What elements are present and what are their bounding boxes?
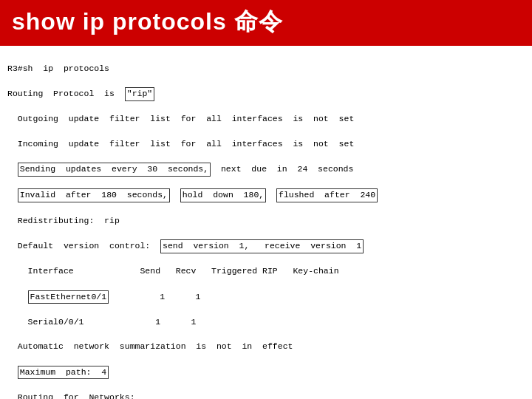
page-title: show ip protocols 命令 <box>12 6 283 38</box>
terminal-output: R3#sh ip protocols Routing Protocol is "… <box>7 50 525 399</box>
terminal-line-10: FastEthernet0/1 1 1 <box>7 290 525 304</box>
terminal-line-6: Invalid after 180 seconds, hold down 180… <box>7 188 525 202</box>
terminal-line-11: Serial0/0/1 1 1 <box>7 316 525 329</box>
terminal-line-7: Redistributing: rip <box>7 215 525 228</box>
terminal-line-8: Default version control: send version 1,… <box>7 239 525 253</box>
terminal-line-1: R3#sh ip protocols <box>7 63 525 75</box>
terminal-line-12: Automatic network summarization is not i… <box>7 341 525 353</box>
page-header: show ip protocols 命令 <box>0 0 532 46</box>
terminal-line-2: Routing Protocol is "rip" <box>7 87 525 101</box>
terminal-line-4: Incoming update filter list for all inte… <box>7 138 525 151</box>
terminal-line-5: Sending updates every 30 seconds, next d… <box>7 163 525 177</box>
terminal-line-9: Interface Send Recv Triggered RIP Key-ch… <box>7 265 525 278</box>
content-area: R3#sh ip protocols Routing Protocol is "… <box>0 46 532 399</box>
terminal-line-14: Routing for Networks: <box>7 392 525 399</box>
terminal-line-3: Outgoing update filter list for all inte… <box>7 113 525 126</box>
terminal-line-13: Maximum path: 4 <box>7 366 525 380</box>
